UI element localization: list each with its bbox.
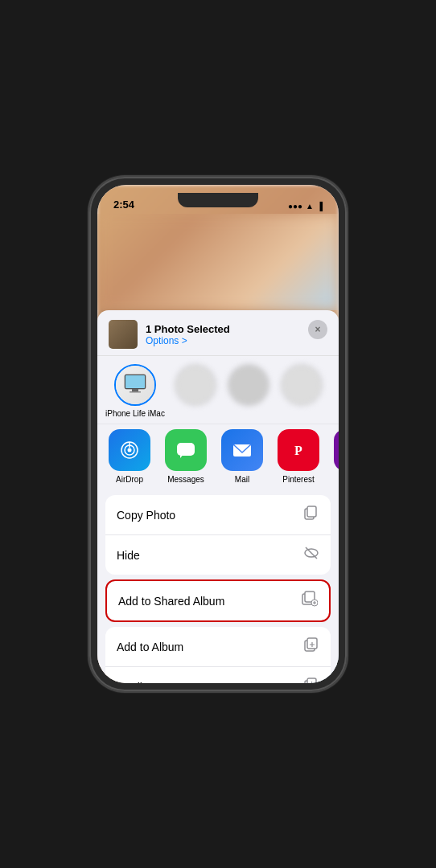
bottom-sheet: 1 Photo Selected Options > × [97, 310, 339, 683]
duplicate-text: Duplicate [117, 681, 163, 684]
notch [178, 193, 258, 207]
preview-bg [97, 214, 339, 310]
action-item-messages[interactable]: Messages [162, 429, 210, 484]
person-item-2[interactable] [173, 364, 218, 419]
hide-text: Hide [117, 549, 140, 562]
menu-item-add-album[interactable]: Add to Album [105, 627, 331, 667]
menu-item-hide[interactable]: Hide [105, 535, 331, 575]
status-time: 2:54 [113, 199, 134, 211]
preview-area [97, 214, 339, 310]
messages-icon-circle [165, 429, 207, 471]
mail-label: Mail [235, 475, 249, 484]
action-item-yahoo[interactable]: Y! Yahoo [331, 429, 339, 484]
header-thumbnail [109, 320, 138, 349]
menu-item-add-shared-album[interactable]: Add to Shared Album [107, 581, 329, 620]
action-item-airdrop[interactable]: AirDrop [105, 429, 154, 484]
header-text-block: 1 Photo Selected Options > [146, 323, 230, 346]
header-title: 1 Photo Selected [146, 323, 230, 335]
hide-icon [303, 545, 319, 565]
airdrop-label: AirDrop [116, 475, 143, 484]
phone-screen: 2:54 ●●● ▲ ▐ 1 Photo Selected [97, 185, 339, 683]
svg-rect-3 [130, 391, 141, 393]
menu-item-copy-photo[interactable]: Copy Photo [105, 495, 331, 535]
people-row: iPhone Life iMac [97, 356, 339, 424]
airdrop-person-icon [116, 366, 154, 404]
person-item[interactable]: iPhone Life iMac [105, 364, 165, 419]
messages-label: Messages [167, 475, 204, 484]
wifi-icon: ▲ [306, 202, 314, 211]
svg-rect-2 [132, 389, 138, 391]
signal-icon: ●●● [288, 202, 302, 211]
sheet-header-left: 1 Photo Selected Options > [109, 320, 230, 349]
copy-photo-icon [303, 505, 319, 525]
duplicate-icon [303, 677, 319, 683]
highlighted-menu-section: Add to Shared Album [105, 579, 331, 622]
share-sheet: 1 Photo Selected Options > × [97, 214, 339, 683]
person-item-3[interactable] [226, 364, 271, 419]
add-album-icon [303, 637, 319, 657]
battery-icon: ▐ [317, 202, 323, 211]
sheet-header: 1 Photo Selected Options > × [97, 310, 339, 356]
menu-item-duplicate[interactable]: Duplicate [105, 667, 331, 683]
svg-point-6 [128, 448, 132, 452]
menu-section-bottom: Add to Album Duplicate [105, 627, 331, 683]
actions-row: AirDrop Messages [97, 424, 339, 490]
yahoo-icon-circle: Y! [334, 429, 339, 471]
person-avatar-2 [175, 364, 216, 406]
person-avatar-4 [281, 364, 323, 406]
status-icons: ●●● ▲ ▐ [288, 202, 323, 211]
person-avatar-airdrop[interactable] [114, 364, 156, 406]
airdrop-icon-circle [109, 429, 150, 471]
header-options-link[interactable]: Options > [146, 335, 230, 346]
person-name: iPhone Life iMac [105, 409, 165, 419]
add-album-text: Add to Album [117, 641, 183, 653]
phone-frame: 2:54 ●●● ▲ ▐ 1 Photo Selected [89, 177, 347, 691]
person-item-4[interactable] [279, 364, 324, 419]
svg-rect-8 [177, 443, 195, 456]
add-shared-album-icon [302, 591, 318, 611]
svg-rect-16 [307, 506, 316, 517]
svg-rect-1 [125, 375, 145, 388]
mail-icon-circle [221, 429, 263, 471]
close-button[interactable]: × [308, 320, 327, 339]
svg-text:P: P [294, 444, 302, 457]
add-shared-album-text: Add to Shared Album [118, 595, 224, 608]
menu-section-top: Copy Photo Hide [105, 495, 331, 575]
pinterest-icon-circle: P [278, 429, 319, 471]
pinterest-label: Pinterest [282, 475, 314, 484]
action-item-pinterest[interactable]: P Pinterest [274, 429, 323, 484]
copy-photo-text: Copy Photo [117, 509, 175, 522]
action-item-mail[interactable]: Mail [218, 429, 266, 484]
person-avatar-3 [228, 364, 269, 406]
